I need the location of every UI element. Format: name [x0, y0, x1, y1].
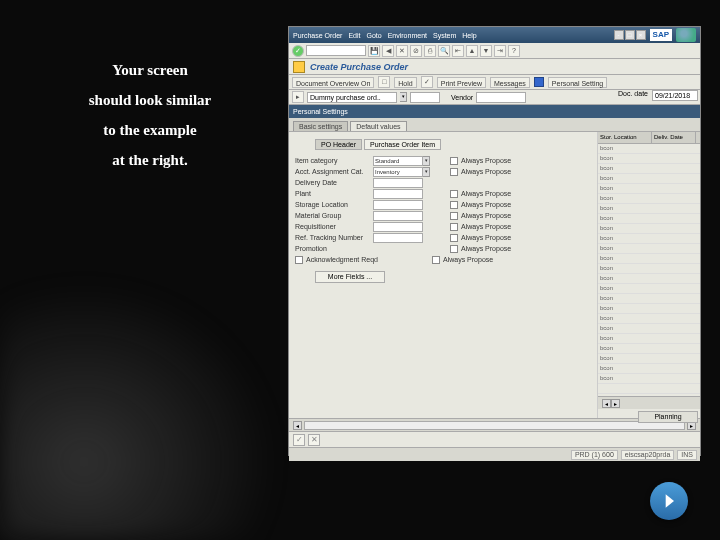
- menu-item[interactable]: Goto: [366, 32, 381, 39]
- exit-icon[interactable]: ✕: [396, 45, 408, 57]
- hold-button[interactable]: Hold: [394, 77, 416, 88]
- close-button[interactable]: ×: [636, 30, 646, 40]
- docdate-label: Doc. date: [618, 90, 648, 101]
- check-icon[interactable]: ✓: [421, 76, 433, 88]
- expand-icon[interactable]: ▸: [292, 91, 304, 103]
- docdate-field[interactable]: 09/21/2018: [652, 90, 698, 101]
- tab-default-values[interactable]: Default values: [350, 121, 406, 131]
- messages-button[interactable]: Messages: [490, 77, 530, 88]
- always-propose-checkbox[interactable]: [450, 157, 458, 165]
- dropdown-icon[interactable]: ▾: [400, 92, 407, 102]
- save-icon[interactable]: 💾: [368, 45, 380, 57]
- find-icon[interactable]: 🔍: [438, 45, 450, 57]
- next-slide-button[interactable]: [650, 482, 688, 520]
- more-fields-button[interactable]: More Fields ...: [315, 271, 385, 283]
- planning-button[interactable]: Planning: [638, 411, 698, 423]
- always-propose-checkbox[interactable]: [450, 168, 458, 176]
- grid-row[interactable]: bcon: [598, 344, 700, 354]
- subtab-po-item[interactable]: Purchase Order Item: [364, 139, 441, 150]
- subtab-po-header[interactable]: PO Header: [315, 139, 362, 150]
- command-field[interactable]: [306, 45, 366, 56]
- grid-row[interactable]: bcon: [598, 154, 700, 164]
- save-icon[interactable]: ✓: [293, 434, 305, 446]
- cancel-icon[interactable]: ✕: [308, 434, 320, 446]
- sap-swirl-icon: [676, 28, 696, 42]
- grid-row[interactable]: bcon: [598, 194, 700, 204]
- grid-row[interactable]: bcon: [598, 224, 700, 234]
- doc-overview-button[interactable]: Document Overview On: [292, 77, 374, 88]
- always-propose-label: Always Propose: [461, 157, 511, 164]
- requisitioner-field[interactable]: [373, 222, 423, 232]
- always-propose-checkbox[interactable]: [432, 256, 440, 264]
- grid-row[interactable]: bcon: [598, 354, 700, 364]
- grid-row[interactable]: bcon: [598, 214, 700, 224]
- always-propose-checkbox[interactable]: [450, 234, 458, 242]
- grid-row[interactable]: bcon: [598, 244, 700, 254]
- delivery-date-field[interactable]: [373, 178, 423, 188]
- grid-row[interactable]: bcon: [598, 254, 700, 264]
- grid-row[interactable]: bcon: [598, 174, 700, 184]
- dropdown-icon[interactable]: ▾: [423, 167, 430, 177]
- minimize-button[interactable]: -: [614, 30, 624, 40]
- print-preview-button[interactable]: Print Preview: [437, 77, 486, 88]
- grid-row[interactable]: [598, 384, 700, 394]
- scroll-right-icon[interactable]: ▸: [611, 399, 620, 408]
- always-propose-checkbox[interactable]: [450, 190, 458, 198]
- menu-item[interactable]: Help: [462, 32, 476, 39]
- back-icon[interactable]: ◀: [382, 45, 394, 57]
- grid-row[interactable]: bcon: [598, 184, 700, 194]
- prev-page-icon[interactable]: ▲: [466, 45, 478, 57]
- grid-row[interactable]: bcon: [598, 294, 700, 304]
- status-system: PRD (1) 600: [571, 450, 618, 460]
- scroll-left-icon[interactable]: ◂: [293, 421, 302, 430]
- scrollbar-track[interactable]: [304, 421, 685, 430]
- plant-field[interactable]: [373, 189, 423, 199]
- menu-item[interactable]: System: [433, 32, 456, 39]
- grid-row[interactable]: bcon: [598, 364, 700, 374]
- item-category-field[interactable]: Standard: [373, 156, 423, 166]
- tab-basic-settings[interactable]: Basic settings: [293, 121, 348, 131]
- next-page-icon[interactable]: ▼: [480, 45, 492, 57]
- grid-row[interactable]: bcon: [598, 314, 700, 324]
- create-icon[interactable]: □: [378, 76, 390, 88]
- menu-item[interactable]: Environment: [388, 32, 427, 39]
- first-page-icon[interactable]: ⇤: [452, 45, 464, 57]
- grid-row[interactable]: bcon: [598, 304, 700, 314]
- cancel-icon[interactable]: ⊘: [410, 45, 422, 57]
- always-propose-checkbox[interactable]: [450, 245, 458, 253]
- acct-assignment-field[interactable]: Inventory: [373, 167, 423, 177]
- last-page-icon[interactable]: ⇥: [494, 45, 506, 57]
- help-icon[interactable]: ?: [508, 45, 520, 57]
- ack-reqd-checkbox[interactable]: [295, 256, 303, 264]
- always-propose-checkbox[interactable]: [450, 201, 458, 209]
- personal-setting-button[interactable]: Personal Setting: [548, 77, 607, 88]
- grid-row[interactable]: bcon: [598, 324, 700, 334]
- status-bar: PRD (1) 600 eiscsap20prda INS: [289, 447, 700, 461]
- dropdown-icon[interactable]: ▾: [423, 156, 430, 166]
- grid-row[interactable]: bcon: [598, 374, 700, 384]
- material-group-field[interactable]: [373, 211, 423, 221]
- tracking-number-field[interactable]: [373, 233, 423, 243]
- storage-location-field[interactable]: [373, 200, 423, 210]
- menu-item[interactable]: Edit: [348, 32, 360, 39]
- vendor-field[interactable]: [476, 92, 526, 103]
- enter-icon[interactable]: ✓: [292, 45, 304, 57]
- grid-row[interactable]: bcon: [598, 334, 700, 344]
- scroll-left-icon[interactable]: ◂: [602, 399, 611, 408]
- always-propose-checkbox[interactable]: [450, 223, 458, 231]
- grid-row[interactable]: bcon: [598, 264, 700, 274]
- grid-row[interactable]: bcon: [598, 204, 700, 214]
- grid-row[interactable]: bcon: [598, 284, 700, 294]
- menu-item[interactable]: Purchase Order: [293, 32, 342, 39]
- grid-row[interactable]: bcon: [598, 234, 700, 244]
- acct-assignment-label: Acct. Assignment Cat.: [295, 168, 373, 175]
- grid-row[interactable]: bcon: [598, 144, 700, 154]
- grid-row[interactable]: bcon: [598, 164, 700, 174]
- po-number-field[interactable]: [410, 92, 440, 103]
- always-propose-checkbox[interactable]: [450, 212, 458, 220]
- instruction-line: at the right.: [60, 145, 240, 175]
- print-icon[interactable]: ⎙: [424, 45, 436, 57]
- doc-type-field[interactable]: Dummy purchase ord..: [307, 92, 397, 103]
- maximize-button[interactable]: □: [625, 30, 635, 40]
- grid-row[interactable]: bcon: [598, 274, 700, 284]
